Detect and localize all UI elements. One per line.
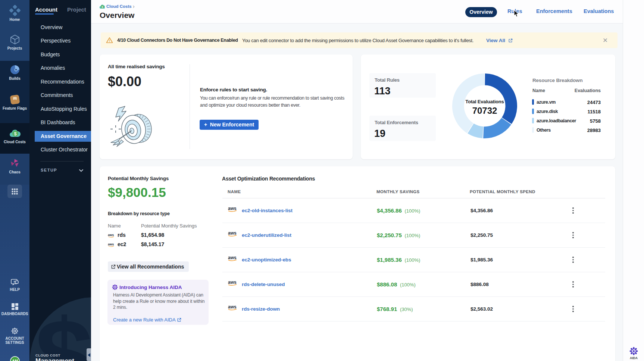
- svg-text:aws: aws: [228, 230, 237, 236]
- svg-text:$: $: [14, 131, 17, 136]
- svg-text:aws: aws: [228, 304, 237, 310]
- svg-text:$: $: [101, 6, 103, 9]
- svg-text:?: ?: [13, 280, 15, 284]
- svg-text:aws: aws: [228, 255, 237, 260]
- svg-text:aws: aws: [108, 242, 114, 246]
- svg-text:aws: aws: [228, 206, 237, 211]
- svg-text:aws: aws: [108, 233, 114, 237]
- svg-text:aws: aws: [228, 280, 237, 285]
